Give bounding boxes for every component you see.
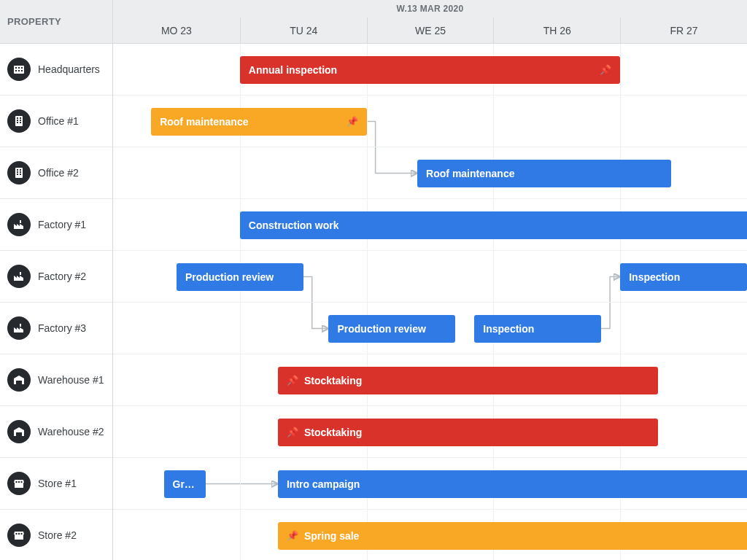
property-column-label: PROPERTY (7, 16, 61, 27)
task-bar[interactable]: Production review (328, 315, 455, 343)
week-label: W.13 MAR 2020 (113, 0, 747, 18)
factory-icon (7, 316, 31, 340)
property-row[interactable]: Store #1 (0, 458, 112, 510)
task-bar[interactable]: Inspection (474, 315, 601, 343)
task-label: Spring sale (304, 530, 359, 542)
property-row[interactable]: Warehouse #1 (0, 354, 112, 406)
task-label: Grand o (173, 478, 197, 490)
task-label: Production review (337, 323, 425, 335)
task-bar[interactable]: Intro campaign (278, 470, 747, 498)
timeline-header: W.13 MAR 2020 MO 23TU 24WE 25TH 26FR 27 (113, 0, 747, 44)
property-list: HeadquartersOffice #1Office #2Factory #1… (0, 44, 112, 560)
task-label: Production review (185, 271, 274, 283)
day-header[interactable]: FR 27 (620, 18, 747, 43)
task-bar[interactable]: 📌Stocktaking (278, 419, 658, 446)
task-bar[interactable]: Annual inspection📌 (240, 56, 620, 84)
property-name: Factory #3 (38, 322, 86, 334)
factory-icon (7, 213, 31, 236)
property-name: Office #2 (38, 167, 79, 179)
task-bar[interactable]: Construction work (240, 211, 747, 239)
task-bar[interactable]: Roof maintenance📌 (151, 108, 366, 136)
day-header[interactable]: TH 26 (493, 18, 620, 43)
store-icon (7, 524, 31, 547)
property-name: Factory #2 (38, 271, 86, 282)
property-row[interactable]: Warehouse #2 (0, 406, 112, 458)
task-label: Roof maintenance (160, 116, 248, 128)
building-icon (7, 58, 31, 81)
day-header[interactable]: TU 24 (240, 18, 367, 43)
pin-icon: 📌 (287, 531, 298, 540)
property-row[interactable]: Factory #3 (0, 303, 112, 354)
property-name: Office #1 (38, 115, 79, 127)
task-bar[interactable]: Production review (177, 263, 303, 291)
task-bar[interactable]: 📌Spring sale (278, 522, 747, 550)
pin-icon: 📌 (600, 65, 611, 74)
task-label: Annual inspection (249, 64, 337, 76)
property-name: Store #2 (38, 529, 77, 541)
task-bar[interactable]: Inspection (620, 263, 747, 291)
warehouse-icon (7, 368, 31, 392)
office-icon (7, 109, 31, 133)
property-name: Store #1 (38, 478, 77, 489)
office-icon (7, 161, 31, 184)
property-row[interactable]: Office #2 (0, 147, 112, 199)
property-name: Headquarters (38, 63, 100, 75)
pin-icon: 📌 (287, 376, 298, 385)
store-icon (7, 472, 31, 495)
property-row[interactable]: Store #2 (0, 510, 112, 560)
property-name: Warehouse #2 (38, 426, 104, 438)
sidebar-header: PROPERTY (0, 0, 112, 44)
property-name: Factory #1 (38, 219, 86, 230)
task-label: Inspection (629, 271, 680, 283)
warehouse-icon (7, 420, 31, 443)
task-bar[interactable]: 📌Stocktaking (278, 367, 658, 394)
property-row[interactable]: Headquarters (0, 44, 112, 96)
timeline: W.13 MAR 2020 MO 23TU 24WE 25TH 26FR 27 … (113, 0, 747, 560)
task-label: Stocktaking (304, 375, 362, 386)
task-bar[interactable]: Grand o (164, 470, 206, 498)
task-label: Construction work (249, 219, 339, 231)
task-label: Inspection (483, 323, 534, 335)
timeline-body[interactable]: Annual inspection📌Roof maintenance📌Roof … (113, 44, 747, 560)
property-name: Warehouse #1 (38, 374, 104, 386)
factory-icon (7, 265, 31, 288)
day-header[interactable]: MO 23 (113, 18, 240, 43)
property-row[interactable]: Office #1 (0, 96, 112, 147)
pin-icon: 📌 (347, 117, 358, 126)
task-label: Stocktaking (304, 427, 362, 438)
pin-icon: 📌 (287, 427, 298, 437)
task-label: Roof maintenance (426, 168, 514, 179)
property-row[interactable]: Factory #1 (0, 199, 112, 251)
day-header[interactable]: WE 25 (367, 18, 494, 43)
day-headers: MO 23TU 24WE 25TH 26FR 27 (113, 18, 747, 43)
property-sidebar: PROPERTY HeadquartersOffice #1Office #2F… (0, 0, 113, 560)
task-label: Intro campaign (287, 478, 360, 490)
task-bar[interactable]: Roof maintenance (417, 160, 671, 187)
property-row[interactable]: Factory #2 (0, 251, 112, 303)
